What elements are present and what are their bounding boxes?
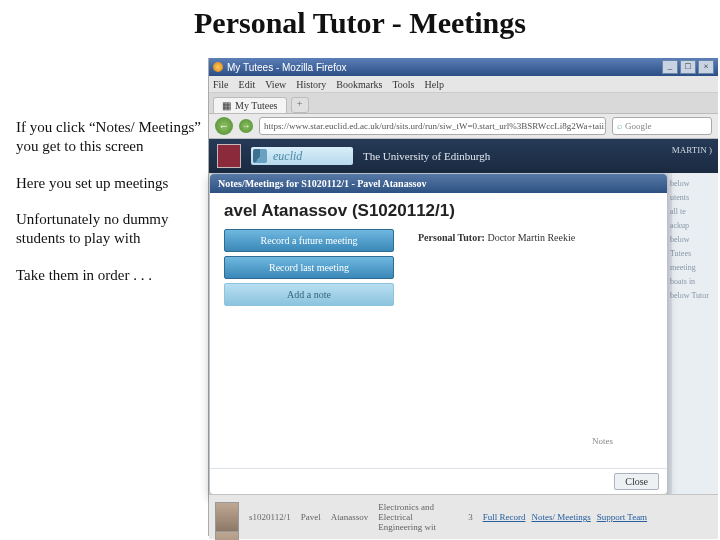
link-notes-meetings[interactable]: Notes/ Meetings bbox=[531, 512, 590, 522]
search-box[interactable]: ⌕ Google bbox=[612, 117, 712, 135]
notes-meetings-dialog: Notes/Meetings for S1020112/1 - Pavel At… bbox=[209, 173, 668, 495]
browser-tabbar: ▦ My Tutees + bbox=[209, 93, 718, 114]
tab-label: My Tutees bbox=[235, 100, 278, 111]
browser-menubar: File Edit View History Bookmarks Tools H… bbox=[209, 76, 718, 93]
student-programme: Electronics and Electrical Engineering w… bbox=[378, 502, 458, 532]
window-minimize-button[interactable]: _ bbox=[662, 60, 678, 74]
bg-word: below bbox=[670, 177, 716, 191]
background-sidebar: below utents all te ackup below Tutees m… bbox=[667, 173, 718, 499]
menu-help[interactable]: Help bbox=[425, 79, 444, 90]
university-banner: euclid The University of Edinburgh MARTI… bbox=[209, 139, 718, 173]
slide-para-2: Here you set up meetings bbox=[16, 174, 204, 193]
slide-para-4: Take them in order . . . bbox=[16, 266, 204, 285]
menu-view[interactable]: View bbox=[265, 79, 286, 90]
menu-bookmarks[interactable]: Bookmarks bbox=[336, 79, 382, 90]
personal-tutor-name: Doctor Martin Reekie bbox=[487, 232, 575, 243]
slide-para-1: If you click “Notes/ Meetings” you get t… bbox=[16, 118, 204, 156]
bg-word: boats in below Tutor bbox=[670, 275, 716, 303]
window-maximize-button[interactable]: □ bbox=[680, 60, 696, 74]
euclid-logo: euclid bbox=[251, 147, 353, 165]
bg-word: Tutees bbox=[670, 247, 716, 261]
student-first: Pavel bbox=[301, 512, 321, 522]
new-tab-button[interactable]: + bbox=[291, 97, 309, 113]
personal-tutor-label: Personal Tutor: bbox=[418, 232, 487, 243]
add-note-button[interactable]: Add a note bbox=[224, 283, 394, 306]
browser-tab[interactable]: ▦ My Tutees bbox=[213, 97, 287, 113]
dialog-header: Notes/Meetings for S1020112/1 - Pavel At… bbox=[210, 174, 667, 193]
link-support-team[interactable]: Support Team bbox=[597, 512, 647, 522]
notes-label: Notes bbox=[210, 436, 621, 446]
browser-urlbar: ← → https://www.star.euclid.ed.ac.uk/urd… bbox=[209, 114, 718, 139]
bg-word: utents bbox=[670, 191, 716, 205]
bg-word: meeting bbox=[670, 261, 716, 275]
window-close-button[interactable]: × bbox=[698, 60, 714, 74]
slide-text: If you click “Notes/ Meetings” you get t… bbox=[16, 118, 204, 303]
screenshot: My Tutees - Mozilla Firefox _ □ × File E… bbox=[208, 58, 718, 536]
firefox-icon bbox=[213, 62, 223, 72]
student-name-heading: avel Atanassov (S1020112/1) bbox=[224, 201, 653, 221]
tab-favicon: ▦ bbox=[222, 100, 231, 111]
student-year: 3 bbox=[468, 512, 473, 522]
student-photo-thumb bbox=[215, 502, 239, 532]
university-name: The University of Edinburgh bbox=[363, 150, 490, 162]
menu-file[interactable]: File bbox=[213, 79, 229, 90]
window-title: My Tutees - Mozilla Firefox bbox=[227, 62, 346, 73]
record-future-meeting-button[interactable]: Record a future meeting bbox=[224, 229, 394, 252]
slide-title: Personal Tutor - Meetings bbox=[0, 6, 720, 40]
student-last: Atanassov bbox=[331, 512, 369, 522]
slide-para-3: Unfortunately no dummy students to play … bbox=[16, 210, 204, 248]
back-button[interactable]: ← bbox=[215, 117, 233, 135]
menu-edit[interactable]: Edit bbox=[239, 79, 256, 90]
bg-word: ackup bbox=[670, 219, 716, 233]
search-placeholder: Google bbox=[625, 121, 652, 131]
forward-button[interactable]: → bbox=[239, 119, 253, 133]
logged-in-user: MARTIN ) bbox=[672, 145, 712, 155]
link-full-record[interactable]: Full Record bbox=[483, 512, 526, 522]
student-row-strip: s1020112/1 Pavel Atanassov Electronics a… bbox=[209, 494, 718, 539]
menu-history[interactable]: History bbox=[296, 79, 326, 90]
page-content: euclid The University of Edinburgh MARTI… bbox=[209, 139, 718, 539]
student-photo-thumb bbox=[215, 531, 239, 540]
search-icon: ⌕ bbox=[617, 121, 622, 131]
personal-tutor-line: Personal Tutor: Doctor Martin Reekie bbox=[418, 232, 575, 243]
dialog-close-button[interactable]: Close bbox=[614, 473, 659, 490]
address-bar[interactable]: https://www.star.euclid.ed.ac.uk/urd/sit… bbox=[259, 117, 606, 135]
record-last-meeting-button[interactable]: Record last meeting bbox=[224, 256, 394, 279]
university-crest-icon bbox=[217, 144, 241, 168]
menu-tools[interactable]: Tools bbox=[392, 79, 414, 90]
bg-word: below bbox=[670, 233, 716, 247]
browser-titlebar: My Tutees - Mozilla Firefox _ □ × bbox=[209, 58, 718, 76]
student-id: s1020112/1 bbox=[249, 512, 291, 522]
student-action-links: Full Record Notes/ Meetings Support Team bbox=[483, 512, 647, 522]
bg-word: all te bbox=[670, 205, 716, 219]
